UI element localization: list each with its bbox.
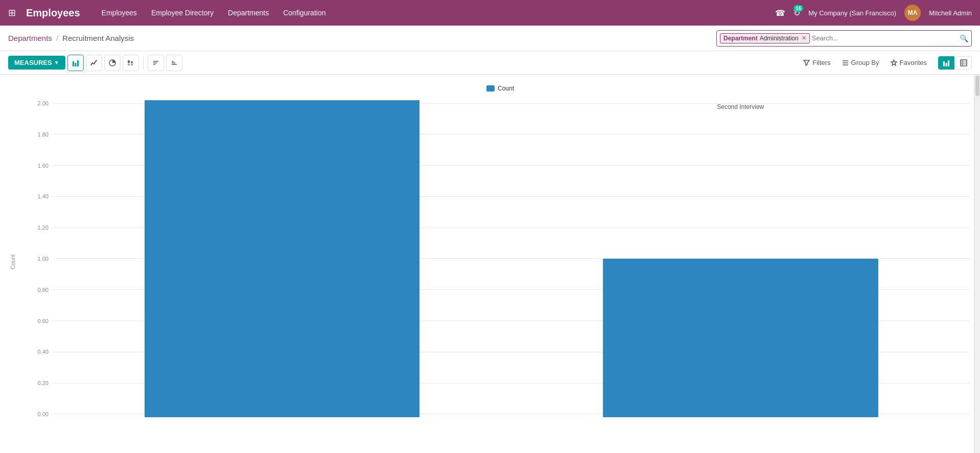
- svg-rect-0: [73, 61, 74, 66]
- view-toggle: [938, 56, 972, 70]
- bar-chart-button[interactable]: [67, 55, 84, 71]
- chart-inner: 2.00 1.80 1.60 1.40 1.20: [31, 100, 970, 433]
- svg-rect-7: [131, 63, 133, 65]
- stacked-chart-icon: [127, 59, 134, 66]
- bar-chart-icon: [72, 59, 79, 66]
- svg-rect-5: [128, 63, 130, 65]
- breadcrumb-parent[interactable]: Departments: [8, 34, 52, 42]
- actionbar: MEASURES ▼: [0, 51, 980, 75]
- nav-employees[interactable]: Employees: [96, 6, 143, 20]
- navbar-right: ☎ ↻ 16 My Company (San Francisco) MA Mit…: [775, 5, 972, 21]
- search-bar: Department Administration ✕ 🔍: [716, 30, 972, 47]
- notifications-badge: 16: [794, 5, 803, 12]
- app-brand: Employees: [26, 7, 80, 19]
- sort-asc-icon: [152, 59, 159, 66]
- sort-desc-icon: [171, 59, 178, 66]
- favorites-icon: [891, 59, 897, 66]
- svg-rect-19: [946, 63, 947, 66]
- legend-label: Count: [498, 85, 514, 92]
- favorites-button[interactable]: Favorites: [885, 56, 932, 69]
- search-icon[interactable]: 🔍: [960, 34, 968, 42]
- navbar-nav: Employees Employee Directory Departments…: [96, 6, 765, 20]
- svg-rect-1: [75, 63, 76, 66]
- pie-chart-icon: [109, 59, 116, 66]
- chart-wrapper: Count 2.00 1.80 1.60 1.40: [31, 100, 970, 433]
- bar-group-second-interview: [511, 100, 970, 417]
- svg-rect-2: [77, 60, 79, 66]
- chart-legend: Count: [31, 85, 970, 92]
- group-by-icon: [842, 59, 849, 66]
- bar-second-interview[interactable]: [603, 259, 878, 417]
- svg-rect-4: [128, 60, 130, 63]
- chart-view-button[interactable]: [938, 56, 954, 70]
- breadcrumb: Departments / Recruitment Analysis: [8, 34, 716, 42]
- legend-item-count: Count: [486, 85, 514, 92]
- username[interactable]: Mitchell Admin: [929, 9, 972, 17]
- filter-group: Filters Group By Favorites: [798, 56, 932, 69]
- group-by-button[interactable]: Group By: [837, 56, 884, 69]
- nav-employee-directory[interactable]: Employee Directory: [145, 6, 220, 20]
- toolbar-separator-1: [143, 57, 144, 69]
- avatar[interactable]: MA: [904, 5, 921, 21]
- y-label-000: 0.00: [31, 411, 49, 417]
- line-chart-button[interactable]: [86, 55, 102, 71]
- bars-area: [53, 100, 970, 417]
- y-label-160: 1.60: [31, 163, 49, 169]
- grid-icon[interactable]: ⊞: [8, 7, 16, 18]
- chart-scrollbar-thumb[interactable]: [975, 76, 979, 96]
- search-filter-value: Administration: [760, 35, 799, 42]
- y-label-100: 1.00: [31, 256, 49, 262]
- svg-rect-18: [943, 61, 945, 66]
- svg-marker-17: [891, 60, 897, 65]
- svg-rect-21: [961, 60, 967, 66]
- measures-arrow-icon: ▼: [54, 60, 59, 65]
- notifications-button[interactable]: ↻ 16: [794, 8, 800, 18]
- filters-label: Filters: [812, 59, 830, 66]
- y-label-180: 1.80: [31, 131, 49, 138]
- y-label-120: 1.20: [31, 224, 49, 231]
- stacked-chart-button[interactable]: [123, 55, 139, 71]
- svg-rect-20: [948, 60, 949, 66]
- nav-departments[interactable]: Departments: [222, 6, 275, 20]
- y-label-080: 0.80: [31, 287, 49, 293]
- navbar: ⊞ Employees Employees Employee Directory…: [0, 0, 980, 26]
- table-view-icon: [960, 59, 967, 66]
- search-filter-close-icon[interactable]: ✕: [802, 35, 806, 41]
- breadcrumb-separator: /: [56, 34, 58, 42]
- y-label-040: 0.40: [31, 349, 49, 355]
- table-view-button[interactable]: [955, 56, 972, 70]
- pie-chart-button[interactable]: [104, 55, 121, 71]
- topbar: Departments / Recruitment Analysis Depar…: [0, 26, 980, 51]
- breadcrumb-current: Recruitment Analysis: [62, 34, 134, 42]
- svg-rect-6: [131, 61, 133, 63]
- bar-first-interview[interactable]: [145, 100, 420, 417]
- nav-configuration[interactable]: Configuration: [277, 6, 332, 20]
- y-label-140: 1.40: [31, 193, 49, 199]
- chart-container: Count Count 2.00 1.80 1.60 1: [0, 75, 980, 453]
- search-filter-tag[interactable]: Department Administration ✕: [720, 33, 810, 43]
- sort-desc-button[interactable]: [166, 55, 182, 71]
- y-label-060: 0.60: [31, 318, 49, 324]
- bar-group-first-interview: [53, 100, 511, 417]
- legend-color-swatch: [486, 85, 495, 92]
- line-chart-icon: [90, 59, 98, 66]
- search-input[interactable]: [812, 34, 955, 42]
- chart-scrollbar[interactable]: [974, 75, 980, 453]
- search-filter-label: Department: [724, 35, 758, 42]
- filters-button[interactable]: Filters: [798, 56, 835, 69]
- y-label-200: 2.00: [31, 100, 49, 106]
- filters-icon: [803, 59, 810, 66]
- group-by-label: Group By: [851, 59, 879, 66]
- favorites-label: Favorites: [900, 59, 927, 66]
- phone-icon[interactable]: ☎: [775, 8, 785, 18]
- y-axis-label: Count: [10, 255, 16, 269]
- sort-asc-button[interactable]: [148, 55, 164, 71]
- measures-button[interactable]: MEASURES ▼: [8, 56, 65, 70]
- company-name[interactable]: My Company (San Francisco): [808, 9, 896, 17]
- chart-view-icon: [943, 59, 950, 66]
- measures-label: MEASURES: [14, 59, 52, 66]
- y-label-020: 0.20: [31, 380, 49, 386]
